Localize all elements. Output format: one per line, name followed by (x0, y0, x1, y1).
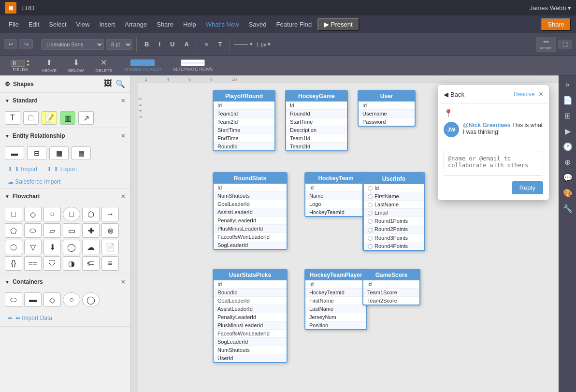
er-close[interactable]: × (121, 132, 125, 140)
rt-video[interactable]: ▶ (561, 124, 575, 138)
rt-clock[interactable]: 🕐 (561, 139, 575, 154)
er-shape-4[interactable]: ▤ (72, 146, 91, 160)
er-shape-2[interactable]: ⊟ (27, 146, 46, 160)
italic-button[interactable]: I (155, 39, 164, 50)
flowchart-header[interactable]: ▼ Flowchart × (0, 189, 130, 204)
fc-drum[interactable]: ⬭ (24, 223, 42, 238)
fc-arrow[interactable]: → (101, 207, 119, 221)
menu-file[interactable]: File (5, 19, 23, 30)
flowchart-close[interactable]: × (121, 192, 125, 200)
cont-cylinder[interactable]: ⬭ (5, 292, 22, 307)
color-shape[interactable]: ▥ (60, 111, 75, 125)
font-color-button[interactable]: A (180, 39, 192, 50)
menu-arrange[interactable]: Arrange (121, 19, 151, 30)
containers-header[interactable]: ▼ Containers × (0, 274, 130, 290)
menu-view[interactable]: View (72, 19, 94, 30)
hockey-game-table[interactable]: HockeyGame Id RoundId StartTime Descript… (285, 90, 348, 151)
rt-chat[interactable]: 💬 (561, 170, 575, 185)
fc-diamond[interactable]: ◇ (24, 207, 42, 221)
below-tool[interactable]: ⬇ BELOW (65, 57, 87, 74)
fc-list[interactable]: ≡ (101, 256, 119, 271)
canvas[interactable]: 2 4 6 8 10 2 4 6 8 PlayoffRound Id Team1… (130, 75, 559, 392)
fc-oval[interactable]: ○ (43, 207, 61, 221)
user-stats-picks-table[interactable]: UserStatsPicks Id RoundId GoalLeaderId A… (213, 269, 288, 363)
fc-shield[interactable]: 🛡 (43, 256, 61, 271)
fc-triangle[interactable]: ▽ (24, 240, 42, 254)
rt-tools[interactable]: 🔧 (561, 201, 575, 216)
text-shape[interactable]: T (5, 111, 20, 125)
hockey-team-table[interactable]: HockeyTeam Id Name Logo HockeyTeamId (304, 172, 367, 217)
fc-note[interactable]: 📄 (101, 240, 119, 254)
rt-format[interactable]: 🎨 (561, 186, 575, 200)
cont-oval[interactable]: ○ (63, 292, 80, 307)
containers-close[interactable]: × (121, 278, 125, 286)
menu-help[interactable]: Help (179, 19, 200, 30)
comment-input[interactable] (444, 151, 543, 176)
playoff-round-table[interactable]: PlayoffRound Id Team1Id Team2Id StartTim… (213, 90, 275, 151)
user-table[interactable]: User Id Username Password (358, 90, 416, 127)
fc-parallelogram[interactable]: ⬡ (82, 207, 100, 221)
text-button[interactable]: T (214, 39, 226, 50)
fc-card[interactable]: ▭ (63, 223, 80, 238)
fc-rounded[interactable]: □ (63, 207, 80, 221)
standard-close[interactable]: × (121, 97, 125, 104)
fc-equal[interactable]: == (24, 256, 42, 271)
menu-whats-new[interactable]: What's New (202, 19, 243, 30)
share-button[interactable]: Share (541, 18, 571, 31)
shapes-image-icon[interactable]: 🖼 (104, 79, 112, 88)
import-data-link[interactable]: ⬅ ⬅ Import Data (0, 310, 130, 326)
canvas-area[interactable]: 2 4 6 8 10 2 4 6 8 PlayoffRound Id Team1… (130, 75, 559, 392)
align-button[interactable]: ≡ (201, 39, 213, 50)
shapes-header[interactable]: ⚙ Shapes 🖼 🔍 (0, 75, 130, 92)
fc-hexagon[interactable]: ⬡ (5, 240, 22, 254)
standard-header[interactable]: ▼ Standard × (0, 93, 130, 108)
alternate-rows-tool[interactable]: ALTERNATE ROWS (170, 58, 216, 73)
fc-down-arrow[interactable]: ⬇ (43, 240, 61, 254)
fullscreen-button[interactable]: ⛶ (558, 40, 572, 49)
rt-collapse[interactable]: » (561, 77, 575, 92)
cont-ellipse[interactable]: ◯ (82, 292, 100, 307)
font-select[interactable]: Liberation Sans (41, 39, 104, 50)
rt-page[interactable]: 📄 (561, 93, 575, 107)
more-button[interactable]: ••• MORE (536, 37, 556, 52)
rt-layers[interactable]: ⊕ (561, 155, 575, 169)
fc-manual[interactable]: ▱ (43, 223, 61, 238)
cont-rect[interactable]: ▬ (24, 292, 42, 307)
menu-share[interactable]: Share (153, 19, 177, 30)
fc-pentagon[interactable]: ⬠ (5, 223, 22, 238)
fc-rect[interactable]: □ (5, 207, 22, 221)
fc-half[interactable]: ◑ (63, 256, 80, 271)
feature-find-button[interactable]: Feature Find (273, 19, 316, 30)
bold-button[interactable]: B (141, 39, 153, 50)
fc-cross[interactable]: ✚ (82, 223, 100, 238)
delete-tool[interactable]: ✕ DELETE (92, 57, 115, 74)
hockey-team-player-table[interactable]: HockeyTeamPlayer Id HockeyTeamId FirstNa… (304, 269, 367, 330)
fields-tool[interactable]: ▲ ▼ FIELDS (8, 58, 33, 73)
fc-circle-x[interactable]: ⊗ (101, 223, 119, 238)
menu-edit[interactable]: Edit (25, 19, 43, 30)
fields-input[interactable] (11, 60, 25, 67)
fc-circle[interactable]: ◯ (63, 240, 80, 254)
reply-button[interactable]: Reply (512, 181, 543, 194)
comment-close-button[interactable]: × (539, 90, 543, 99)
er-header[interactable]: ▼ Entity Relationship × (0, 128, 130, 144)
font-size-select[interactable]: 8 pt (106, 39, 132, 50)
fc-tag[interactable]: 🏷 (82, 256, 100, 271)
import-link[interactable]: ⬆ ⬆ Import (8, 166, 37, 173)
menu-insert[interactable]: Insert (95, 19, 119, 30)
cont-diamond[interactable]: ◇ (43, 292, 61, 307)
salesforce-link[interactable]: ☁ Salesforce Import (8, 178, 60, 185)
fc-bracket[interactable]: {} (5, 256, 22, 271)
user-info-table[interactable]: UserInfo Id FirstName LastName Email Rou… (362, 172, 425, 251)
export-link[interactable]: ⬆ ⬆ Export (47, 166, 77, 173)
menu-select[interactable]: Select (45, 19, 70, 30)
comment-back-button[interactable]: ◀ Back (444, 91, 464, 98)
arrow-shape[interactable]: ↗ (78, 111, 94, 125)
comment-resolve-button[interactable]: Resolve (514, 91, 534, 98)
shaded-header-tool[interactable]: SHADED HEADER (121, 58, 164, 73)
present-button[interactable]: ▶ Present (317, 18, 359, 31)
rt-grid[interactable]: ⊞ (561, 108, 575, 123)
redo-button[interactable]: ↪ (19, 39, 33, 49)
er-shape-1[interactable]: ▬ (5, 146, 24, 160)
game-score-table[interactable]: GameScore Id Team1Score Team2Score (362, 269, 420, 305)
